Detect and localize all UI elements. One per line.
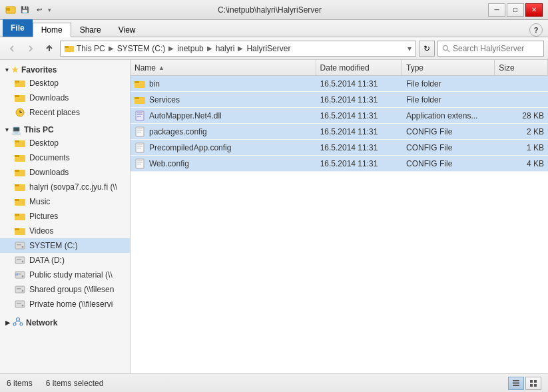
sidebar-item-recent[interactable]: Recent places: [0, 105, 130, 120]
folder-icon: [135, 95, 145, 105]
file-row-packages[interactable]: packages.config 16.5.2014 11:31 CONFIG F…: [131, 124, 548, 140]
col-header-type[interactable]: Type: [402, 60, 495, 75]
tab-file[interactable]: File: [3, 19, 33, 37]
file-row-automapper[interactable]: AutoMapper.Net4.dll 16.5.2014 11:31 Appl…: [131, 108, 548, 124]
maximize-btn[interactable]: □: [507, 3, 524, 17]
window-title: C:\inetpub\halyri\HalyriServer: [51, 5, 488, 15]
refresh-btn[interactable]: ↻: [419, 41, 435, 57]
svg-rect-59: [137, 132, 141, 132]
forward-btn[interactable]: [23, 41, 39, 57]
sidebar-item-data-d[interactable]: DATA (D:): [0, 253, 130, 268]
file-row-bin[interactable]: bin 16.5.2014 11:31 File folder: [131, 76, 548, 92]
svg-text:⊞: ⊞: [15, 272, 18, 276]
file-name-services: Services: [149, 95, 180, 104]
tab-view[interactable]: View: [110, 22, 144, 37]
svg-rect-53: [137, 112, 142, 113]
sidebar-item-shared-groups[interactable]: Shared groups (\\filesen: [0, 282, 130, 297]
sidebar-item-public-study[interactable]: ⊞ Public study material (\\: [0, 268, 130, 282]
file-date-services: 16.5.2014 11:31: [316, 95, 402, 104]
col-name-label: Name: [135, 63, 156, 73]
network-drive-icon: ⊞: [15, 270, 25, 280]
view-toggle: [508, 377, 541, 390]
svg-rect-27: [15, 242, 25, 249]
address-inetpub[interactable]: inetpub: [177, 44, 203, 53]
file-name-packages: packages.config: [149, 127, 207, 136]
folder-icon: [15, 93, 25, 103]
ribbon-help: ?: [529, 23, 545, 37]
sidebar-item-music[interactable]: Music: [0, 194, 130, 209]
sidebar-item-downloads-fav[interactable]: Downloads: [0, 91, 130, 105]
sidebar-item-pictures[interactable]: Pictures: [0, 209, 130, 224]
toolbar: This PC ▶ SYSTEM (C:) ▶ inetpub ▶ halyri…: [0, 37, 548, 60]
address-dropdown-btn[interactable]: ▾: [408, 44, 411, 53]
svg-point-41: [22, 305, 24, 307]
tab-share[interactable]: Share: [71, 22, 110, 37]
close-btn[interactable]: ✕: [525, 3, 543, 17]
item-count: 6 items: [7, 379, 33, 388]
col-type-label: Type: [406, 63, 423, 73]
drive-icon: [15, 255, 25, 266]
sidebar-item-private-home[interactable]: Private home (\\fileservi: [0, 297, 130, 311]
search-input[interactable]: [453, 44, 533, 53]
file-name-webconfig: Web.config: [149, 159, 189, 168]
address-this-pc[interactable]: This PC: [77, 44, 105, 53]
sidebar-recent-label: Recent places: [29, 108, 80, 117]
svg-point-34: [22, 276, 24, 278]
svg-point-4: [443, 45, 448, 50]
col-header-date[interactable]: Date modified: [316, 60, 402, 75]
config-icon: [135, 158, 145, 169]
file-row-services[interactable]: Services 16.5.2014 11:31 File folder: [131, 92, 548, 108]
svg-rect-67: [137, 164, 141, 164]
sidebar-item-halyri[interactable]: halyri (sovpa7.cc.jyu.fi (\\: [0, 180, 130, 194]
svg-rect-65: [137, 160, 142, 161]
up-btn[interactable]: [41, 41, 57, 57]
minimize-btn[interactable]: ─: [488, 3, 505, 17]
col-header-size[interactable]: Size: [495, 60, 548, 75]
sidebar-item-system-c[interactable]: SYSTEM (C:): [0, 238, 130, 253]
details-view-btn[interactable]: [508, 377, 524, 390]
svg-rect-42: [17, 303, 21, 304]
svg-rect-24: [15, 214, 19, 216]
svg-line-47: [18, 321, 21, 323]
col-header-name[interactable]: Name ▲: [131, 60, 316, 75]
large-icons-view-btn[interactable]: [525, 377, 541, 390]
address-halyriserver[interactable]: HalyriServer: [246, 44, 290, 53]
file-list: Name ▲ Date modified Type Size bin 16.5.…: [131, 60, 548, 373]
address-system-c[interactable]: SYSTEM (C:): [117, 44, 166, 53]
sidebar-section-thispc[interactable]: ▾ 💻 This PC: [0, 122, 130, 136]
file-date-precompiled: 16.5.2014 11:31: [316, 143, 402, 152]
search-bar[interactable]: [437, 41, 544, 57]
tab-home[interactable]: Home: [33, 23, 71, 37]
address-bar[interactable]: This PC ▶ SYSTEM (C:) ▶ inetpub ▶ halyri…: [60, 41, 416, 57]
file-type-services: File folder: [402, 95, 495, 104]
folder-icon: [135, 79, 145, 89]
sidebar-documents-label: Documents: [29, 153, 70, 162]
back-btn[interactable]: [4, 41, 20, 57]
file-name-bin: bin: [149, 79, 160, 89]
sidebar-item-downloads[interactable]: Downloads: [0, 165, 130, 180]
sidebar-section-favorites[interactable]: ▾ ★ Favorites: [0, 63, 130, 76]
file-name-automapper: AutoMapper.Net4.dll: [149, 111, 222, 120]
address-halyri[interactable]: halyri: [216, 44, 235, 53]
svg-rect-62: [137, 146, 142, 146]
sidebar-item-documents[interactable]: Documents: [0, 150, 130, 165]
quick-undo-btn[interactable]: ↩: [33, 4, 45, 16]
title-bar: 💾 ↩ ▾ C:\inetpub\halyri\HalyriServer ─ □…: [0, 0, 548, 20]
svg-point-44: [13, 323, 16, 325]
sidebar-item-desktop-fav[interactable]: Desktop: [0, 76, 130, 91]
address-folder-icon: [65, 44, 74, 53]
quick-save-btn[interactable]: 💾: [19, 4, 31, 16]
svg-point-31: [22, 261, 24, 263]
svg-rect-58: [137, 130, 142, 130]
file-row-precompiled[interactable]: PrecompiledApp.config 16.5.2014 11:31 CO…: [131, 140, 548, 156]
sidebar-downloads-fav-label: Downloads: [29, 93, 69, 102]
svg-rect-69: [513, 382, 519, 383]
help-btn[interactable]: ?: [529, 23, 543, 37]
sidebar-section-network[interactable]: ▶ Network: [0, 314, 130, 329]
sidebar-item-desktop[interactable]: Desktop: [0, 136, 130, 150]
sidebar-item-videos[interactable]: Videos: [0, 224, 130, 238]
svg-point-38: [22, 290, 24, 292]
folder-icon: [15, 167, 25, 178]
main-layout: ▾ ★ Favorites Desktop Downloads Recent p…: [0, 60, 548, 373]
file-row-webconfig[interactable]: Web.config 16.5.2014 11:31 CONFIG File 4…: [131, 156, 548, 172]
